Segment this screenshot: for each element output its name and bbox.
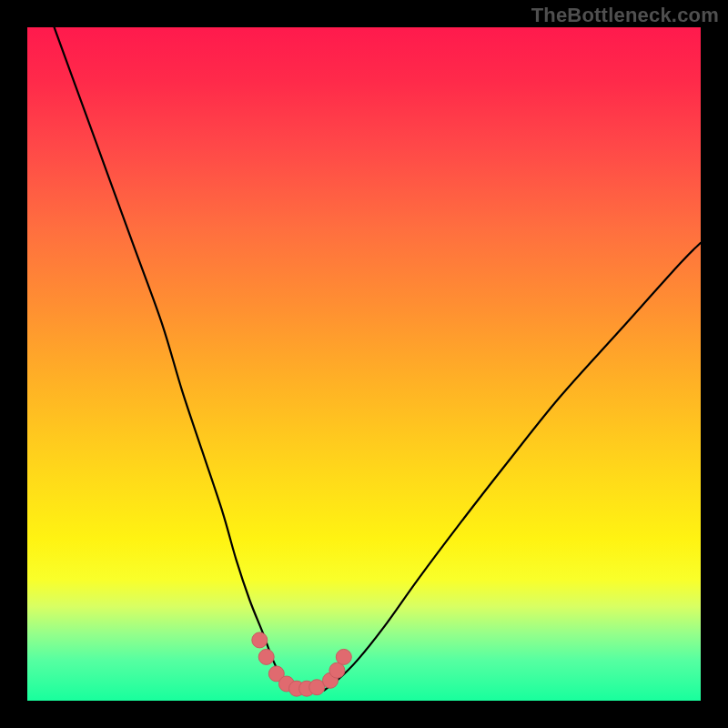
curve-right-branch [324,243,701,691]
trough-marker [336,649,351,664]
curve-path-right [324,243,701,691]
trough-marker [252,632,268,648]
watermark-text: TheBottleneck.com [531,4,719,27]
chart-svg [27,27,701,701]
trough-marker-group [252,632,352,696]
plot-area [27,27,701,701]
curve-left-branch [55,27,290,691]
outer-frame: TheBottleneck.com [0,0,728,728]
curve-path-left [55,27,290,691]
trough-marker [258,649,274,664]
